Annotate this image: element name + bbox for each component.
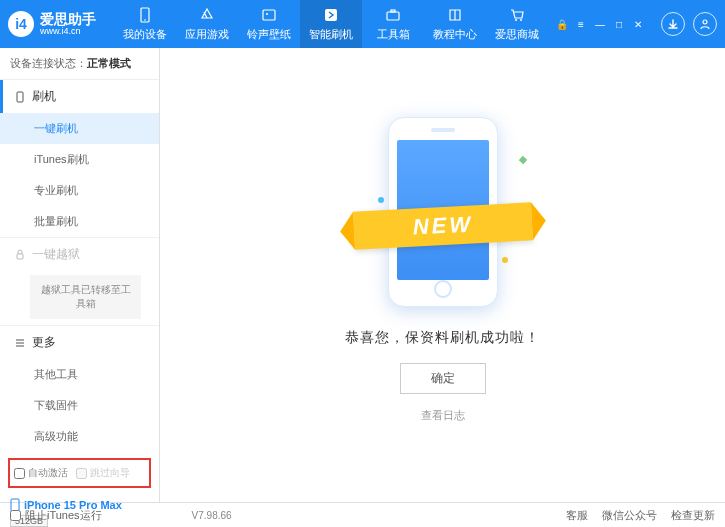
ok-button[interactable]: 确定	[400, 363, 486, 394]
svg-rect-2	[263, 10, 275, 20]
sidebar-item-pro-flash[interactable]: 专业刷机	[0, 175, 159, 206]
close-button[interactable]: ✕	[629, 15, 647, 33]
sidebar: 设备连接状态：正常模式 刷机 一键刷机 iTunes刷机 专业刷机 批量刷机 一…	[0, 48, 160, 502]
footer-link-support[interactable]: 客服	[566, 508, 588, 523]
new-ribbon: NEW	[353, 202, 533, 249]
svg-rect-5	[387, 12, 399, 20]
tab-flash[interactable]: 智能刷机	[300, 0, 362, 48]
list-icon	[14, 337, 26, 349]
tab-apps[interactable]: 应用游戏	[176, 0, 238, 48]
sidebar-section-more[interactable]: 更多	[0, 326, 159, 359]
lock-icon[interactable]: 🔒	[553, 15, 571, 33]
footer-link-wechat[interactable]: 微信公众号	[602, 508, 657, 523]
sidebar-item-itunes-flash[interactable]: iTunes刷机	[0, 144, 159, 175]
tab-ringtones[interactable]: 铃声壁纸	[238, 0, 300, 48]
svg-rect-4	[325, 9, 337, 21]
download-button[interactable]	[661, 12, 685, 36]
maximize-button[interactable]: □	[610, 15, 628, 33]
checkbox-auto-activate[interactable]: 自动激活	[14, 466, 68, 480]
logo-icon: i4	[8, 11, 34, 37]
success-illustration: NEW	[378, 107, 508, 307]
app-name: 爱思助手	[40, 12, 96, 26]
sidebar-item-other-tools[interactable]: 其他工具	[0, 359, 159, 390]
svg-rect-6	[391, 10, 395, 12]
phone-icon	[136, 6, 154, 24]
sidebar-section-jailbreak: 一键越狱	[0, 238, 159, 271]
sidebar-item-oneclick-flash[interactable]: 一键刷机	[0, 113, 159, 144]
svg-rect-10	[17, 92, 23, 102]
footer-link-update[interactable]: 检查更新	[671, 508, 715, 523]
cart-icon	[508, 6, 526, 24]
sidebar-item-advanced[interactable]: 高级功能	[0, 421, 159, 452]
view-log-link[interactable]: 查看日志	[421, 408, 465, 423]
sidebar-item-download-firmware[interactable]: 下载固件	[0, 390, 159, 421]
success-message: 恭喜您，保资料刷机成功啦！	[345, 329, 540, 347]
menu-icon[interactable]: ≡	[572, 15, 590, 33]
sidebar-item-batch-flash[interactable]: 批量刷机	[0, 206, 159, 237]
tab-tutorials[interactable]: 教程中心	[424, 0, 486, 48]
lock-small-icon	[14, 249, 26, 261]
tab-store[interactable]: 爱思商城	[486, 0, 548, 48]
svg-rect-11	[17, 254, 23, 259]
svg-point-1	[144, 19, 146, 21]
apps-icon	[198, 6, 216, 24]
app-logo: i4 爱思助手 www.i4.cn	[8, 11, 96, 37]
flash-icon	[322, 6, 340, 24]
svg-point-7	[515, 19, 517, 21]
wallpaper-icon	[260, 6, 278, 24]
flash-options-highlighted: 自动激活 跳过向导	[8, 458, 151, 488]
tab-toolbox[interactable]: 工具箱	[362, 0, 424, 48]
svg-point-9	[703, 20, 707, 24]
user-button[interactable]	[693, 12, 717, 36]
main-content: NEW 恭喜您，保资料刷机成功啦！ 确定 查看日志	[160, 48, 725, 502]
svg-point-8	[520, 19, 522, 21]
app-url: www.i4.cn	[40, 26, 96, 37]
checkbox-skip-guide[interactable]: 跳过向导	[76, 466, 130, 480]
title-bar: i4 爱思助手 www.i4.cn 我的设备 应用游戏 铃声壁纸 智能刷机 工具…	[0, 0, 725, 48]
phone-small-icon	[14, 91, 26, 103]
sidebar-section-flash[interactable]: 刷机	[0, 80, 159, 113]
toolbox-icon	[384, 6, 402, 24]
jailbreak-moved-notice: 越狱工具已转移至工具箱	[30, 275, 141, 319]
book-icon	[446, 6, 464, 24]
checkbox-block-itunes[interactable]: 阻止iTunes运行	[10, 508, 102, 523]
device-status: 设备连接状态：正常模式	[0, 48, 159, 80]
minimize-button[interactable]: —	[591, 15, 609, 33]
window-controls: 🔒 ≡ — □ ✕	[553, 12, 717, 36]
nav-tabs: 我的设备 应用游戏 铃声壁纸 智能刷机 工具箱 教程中心 爱思商城	[114, 0, 548, 48]
svg-point-3	[266, 13, 268, 15]
version-label: V7.98.66	[192, 510, 232, 521]
tab-my-device[interactable]: 我的设备	[114, 0, 176, 48]
